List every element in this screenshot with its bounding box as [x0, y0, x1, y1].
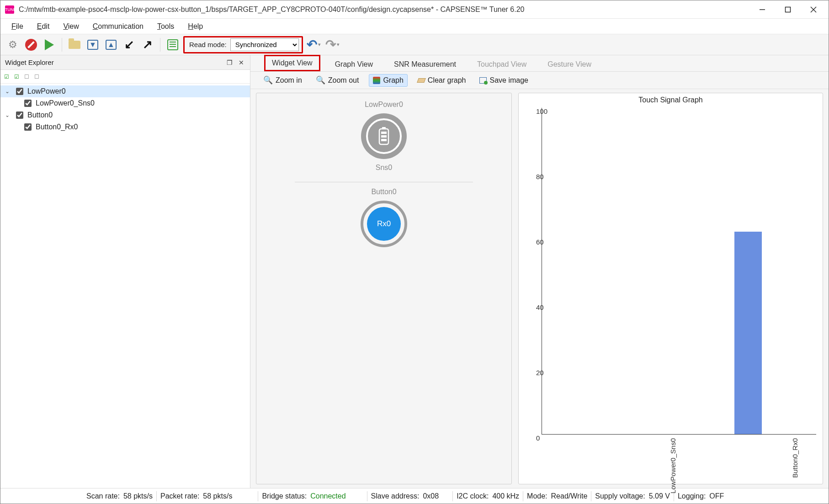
- widget-explorer-panel: Widget Explorer ❐ ✕ ☑ ☑ ☐ ☐ ⌄ LowPower0 …: [0, 55, 250, 488]
- import-button[interactable]: ↙: [122, 37, 137, 53]
- chart-icon: [373, 77, 380, 84]
- menu-edit[interactable]: Edit: [32, 21, 54, 32]
- toolbar: ⚙ ▼ ▲ ↙ ↗ Read mode: Synchronized ↶▾ ↷▾: [0, 34, 829, 55]
- bridge-status-label: Bridge status:: [262, 492, 307, 500]
- minimize-icon: [759, 6, 765, 13]
- supply-voltage-label: Supply voltage:: [595, 492, 645, 500]
- settings-button[interactable]: ⚙: [5, 37, 21, 53]
- sensor-label: Sns0: [376, 164, 392, 172]
- read-mode-select[interactable]: Synchronized: [230, 38, 299, 51]
- play-icon: [45, 39, 54, 50]
- undo-button[interactable]: ↶▾: [306, 37, 322, 53]
- y-tick-label: 0: [536, 434, 541, 442]
- read-mode-group: Read mode: Synchronized: [183, 36, 303, 53]
- divider: [295, 182, 473, 182]
- widget-view-toolbar: 🔍Zoom in 🔍Zoom out Graph Clear graph Sav…: [250, 72, 829, 89]
- export-button[interactable]: ↗: [140, 37, 155, 53]
- tree-item-label: Button0_Rx0: [36, 123, 78, 131]
- close-icon: ✕: [239, 59, 244, 66]
- chevron-down-icon[interactable]: ⌄: [5, 88, 11, 95]
- tree-checkbox[interactable]: [24, 100, 32, 107]
- maximize-button[interactable]: [776, 2, 800, 17]
- export-icon: ↗: [143, 37, 153, 52]
- widget-group-lowpower0: LowPower0 Sns0: [361, 97, 407, 180]
- slave-address-label: Slave address:: [371, 492, 420, 500]
- svg-rect-8: [381, 139, 387, 141]
- save-image-icon: [479, 77, 487, 84]
- upload-button[interactable]: ▲: [103, 37, 119, 53]
- save-image-button[interactable]: Save image: [476, 74, 532, 86]
- svg-rect-6: [381, 132, 387, 134]
- touch-signal-chart: Touch Signal Graph 020406080100 LowPower…: [518, 93, 823, 484]
- tree-item-button0-rx0[interactable]: Button0_Rx0: [0, 121, 250, 133]
- tree-item-label: LowPower0_Sns0: [36, 99, 95, 107]
- widget-explorer-title: Widget Explorer: [5, 58, 54, 66]
- graph-toggle-button[interactable]: Graph: [369, 74, 407, 87]
- x-tick-label: Button0_Rx0: [791, 438, 829, 478]
- undock-button[interactable]: ❐: [223, 57, 235, 68]
- tree-checkbox[interactable]: [16, 88, 23, 95]
- button-indicator[interactable]: Rx0: [361, 201, 407, 247]
- undo-icon: ↶: [307, 37, 317, 52]
- zoom-out-button[interactable]: 🔍Zoom out: [312, 74, 363, 87]
- y-tick-label: 20: [536, 369, 541, 377]
- svg-rect-1: [786, 7, 791, 12]
- upload-icon: ▲: [106, 40, 117, 50]
- panel-close-button[interactable]: ✕: [235, 57, 247, 68]
- y-tick-label: 40: [536, 303, 541, 311]
- menu-tools[interactable]: Tools: [153, 21, 179, 32]
- download-icon: ▼: [87, 40, 98, 50]
- menu-help[interactable]: Help: [183, 21, 207, 32]
- list-icon: [167, 39, 178, 50]
- redo-button[interactable]: ↷▾: [324, 37, 340, 53]
- chart-area[interactable]: 020406080100 LowPower0_Sns0Button0_Rx0: [542, 108, 816, 480]
- y-tick-label: 100: [536, 107, 541, 115]
- tree-item-button0[interactable]: ⌄ Button0: [0, 109, 250, 121]
- widget-group-button0: Button0 Rx0: [361, 184, 407, 255]
- menu-file[interactable]: File: [7, 21, 28, 32]
- clear-graph-button[interactable]: Clear graph: [414, 74, 470, 86]
- minimize-button[interactable]: [750, 2, 775, 17]
- close-icon: [810, 6, 817, 13]
- chevron-down-icon[interactable]: ⌄: [5, 112, 11, 118]
- eraser-icon: [417, 78, 426, 83]
- widget-group-title: LowPower0: [365, 101, 403, 109]
- menu-view[interactable]: View: [58, 21, 83, 32]
- mode-label: Mode:: [527, 492, 547, 500]
- menu-communication[interactable]: Communication: [88, 21, 148, 32]
- zoom-out-icon: 🔍: [316, 75, 325, 85]
- download-button[interactable]: ▼: [85, 37, 101, 53]
- start-button[interactable]: [42, 37, 57, 53]
- tree-checkbox[interactable]: [16, 111, 23, 119]
- view-tabs: Widget View Graph View SNR Measurement T…: [250, 55, 829, 72]
- tree-item-lowpower0-sns0[interactable]: LowPower0_Sns0: [0, 97, 250, 109]
- y-tick-label: 80: [536, 173, 541, 180]
- zoom-in-button[interactable]: 🔍Zoom in: [260, 74, 306, 87]
- read-mode-label: Read mode:: [189, 41, 227, 48]
- uncheck-all-icon[interactable]: ☐: [24, 74, 32, 80]
- gear-icon: ⚙: [8, 39, 17, 51]
- undock-icon: ❐: [227, 59, 233, 66]
- tab-widget-view[interactable]: Widget View: [264, 55, 320, 71]
- y-tick-label: 60: [536, 238, 541, 246]
- tree-item-lowpower0[interactable]: ⌄ LowPower0: [0, 85, 250, 97]
- disconnect-button[interactable]: [23, 37, 39, 53]
- log-button[interactable]: [165, 37, 181, 53]
- tab-graph-view[interactable]: Graph View: [329, 58, 379, 71]
- open-button[interactable]: [67, 37, 82, 53]
- svg-rect-7: [381, 135, 387, 138]
- titlebar: TUNE C:/mtw/mtb-example-psoc4-msclp-low-…: [0, 0, 829, 19]
- i2c-clock-label: I2C clock:: [457, 492, 489, 500]
- tab-touchpad: Touchpad View: [471, 58, 533, 71]
- tree-checkbox[interactable]: [24, 123, 32, 131]
- tab-snr[interactable]: SNR Measurement: [388, 58, 462, 71]
- check-all-icon[interactable]: ☑: [4, 74, 11, 80]
- x-tick-label: LowPower0_Sns0: [669, 438, 711, 493]
- chevron-down-icon: ▾: [337, 42, 340, 48]
- check-all-icon[interactable]: ☑: [14, 74, 21, 80]
- folder-icon: [69, 41, 80, 49]
- close-button[interactable]: [801, 2, 826, 17]
- window-title: C:/mtw/mtb-example-psoc4-msclp-low-power…: [19, 5, 750, 14]
- sensor-indicator[interactable]: [361, 113, 407, 159]
- uncheck-all-icon[interactable]: ☐: [34, 74, 42, 80]
